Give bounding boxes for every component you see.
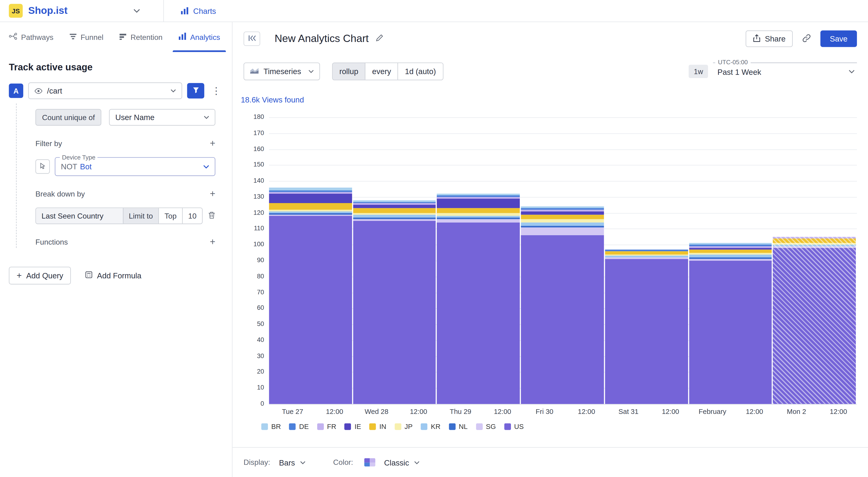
filter-value: Bot <box>80 162 92 171</box>
bar-thu-29 <box>437 117 520 404</box>
add-formula-label: Add Formula <box>97 271 142 280</box>
legend-item-JP[interactable]: JP <box>395 423 413 431</box>
display-select[interactable]: Bars <box>276 458 309 467</box>
collapse-sidebar-button[interactable] <box>244 32 260 46</box>
top-nav: Charts <box>164 0 216 22</box>
query-filter-button[interactable] <box>187 83 204 98</box>
tab-retention[interactable]: Retention <box>111 22 170 52</box>
legend-item-KR[interactable]: KR <box>421 423 440 431</box>
views-found-link[interactable]: 18.6k Views found <box>241 95 304 104</box>
y-tick-label: 90 <box>257 257 264 263</box>
color-select[interactable]: Classic <box>381 458 423 467</box>
bar-mon-2 <box>773 117 856 404</box>
top-bar: JS Shop.ist Charts <box>0 0 868 22</box>
legend-item-SG[interactable]: SG <box>476 423 496 431</box>
filter-cursor-button[interactable] <box>35 159 50 174</box>
limit-to-chip[interactable]: Limit to <box>123 208 158 223</box>
add-query-button[interactable]: + Add Query <box>9 267 71 284</box>
measure-select[interactable]: User Name <box>109 109 215 126</box>
edit-title-button[interactable] <box>375 34 383 43</box>
measure-row: Count unique of User Name <box>35 109 215 126</box>
tab-funnel[interactable]: Funnel <box>61 22 111 52</box>
tab-label: Analytics <box>190 33 220 41</box>
time-range-select[interactable]: UTC-05:00 Past 1 Week <box>713 63 857 81</box>
bar-segment-US <box>689 260 772 404</box>
view-source-select[interactable]: /cart <box>28 83 182 99</box>
chevron-down-icon <box>203 165 209 169</box>
bar-segment-KR <box>269 211 352 213</box>
bar-segment-FR <box>437 197 520 199</box>
pencil-icon <box>375 34 383 43</box>
bar-segment-FR <box>773 237 856 238</box>
legend-item-IN[interactable]: IN <box>369 423 386 431</box>
page-title: New Analytics Chart <box>275 33 369 45</box>
y-tick-label: 140 <box>253 177 264 184</box>
rollup-segment[interactable]: rollup <box>333 63 365 80</box>
app-logo: JS <box>9 4 23 18</box>
legend-label: KR <box>431 423 440 431</box>
bar-segment-JP <box>773 243 856 245</box>
bar-segment-IN <box>353 208 436 213</box>
filter-section-row: Filter by + <box>35 139 215 148</box>
breakdown-section-row: Break down by + <box>35 189 215 199</box>
query-row-a: A /cart ⋮ <box>9 83 223 99</box>
save-button[interactable]: Save <box>820 31 857 47</box>
limit-count-input[interactable]: 10 <box>182 208 202 223</box>
range-shortcut-chip[interactable]: 1w <box>689 65 708 78</box>
legend-item-FR[interactable]: FR <box>317 423 336 431</box>
bar-segment-DE <box>521 208 604 210</box>
bar-segment-NL <box>521 226 604 227</box>
bar-segment-KR <box>689 254 772 257</box>
add-formula-button[interactable]: Add Formula <box>85 271 142 280</box>
bar-segment-SG <box>773 246 856 248</box>
bar-segment-BR <box>437 194 520 195</box>
legend-item-BR[interactable]: BR <box>261 423 281 431</box>
add-filter-button[interactable]: + <box>210 139 215 148</box>
add-breakdown-button[interactable]: + <box>210 189 215 199</box>
bar-segment-KR <box>521 222 604 226</box>
query-kebab-menu[interactable]: ⋮ <box>209 86 223 95</box>
measure-chip[interactable]: Count unique of <box>35 109 101 126</box>
every-segment[interactable]: every <box>365 63 398 80</box>
breakdown-field[interactable]: Last Seen Country <box>36 208 123 223</box>
legend-label: DE <box>299 423 309 431</box>
legend-item-IE[interactable]: IE <box>345 423 361 431</box>
share-button[interactable]: Share <box>746 31 793 47</box>
bar-segment-SG <box>605 257 688 259</box>
nav-charts[interactable]: Charts <box>180 6 216 15</box>
filter-section-label: Filter by <box>35 139 62 148</box>
tab-analytics[interactable]: Analytics <box>170 22 228 52</box>
legend-item-DE[interactable]: DE <box>289 423 309 431</box>
chevron-down-icon <box>204 116 209 119</box>
y-tick-label: 30 <box>257 352 264 359</box>
header-actions: Share Save <box>746 31 857 47</box>
bar-segment-IE <box>689 248 772 250</box>
palette-color <box>370 463 375 467</box>
bar-segment-FR <box>353 203 436 205</box>
tab-pathways[interactable]: Pathways <box>1 22 61 52</box>
bar-segment-KR <box>437 216 520 218</box>
chevron-down-icon[interactable] <box>133 9 140 13</box>
plot-area <box>269 117 857 404</box>
chart-legend: BRDEFRIEINJPKRNLSGUS <box>261 423 857 431</box>
bar-segment-JP <box>269 210 352 211</box>
interval-segment[interactable]: 1d (auto) <box>398 63 442 80</box>
y-tick-label: 160 <box>253 146 264 152</box>
bar-segment-KR <box>773 245 856 247</box>
add-function-button[interactable]: + <box>210 237 215 247</box>
app-brand[interactable]: JS Shop.ist <box>0 0 164 22</box>
app-root: JS Shop.ist Charts Pathways <box>0 0 868 477</box>
copy-link-button[interactable] <box>798 31 815 47</box>
legend-item-US[interactable]: US <box>504 423 524 431</box>
limit-mode-select[interactable]: Top <box>158 208 182 223</box>
funnel-icon <box>69 33 77 41</box>
delete-breakdown-button[interactable] <box>208 211 215 220</box>
plot-row: 0102030405060708090100110120130140150160… <box>241 117 857 404</box>
app-name[interactable]: Shop.ist <box>28 5 68 17</box>
palette-swatch <box>364 458 375 467</box>
bar-segment-JP <box>353 213 436 215</box>
query-letter-badge[interactable]: A <box>9 84 23 98</box>
viz-type-select[interactable]: Timeseries <box>244 63 320 81</box>
legend-item-NL[interactable]: NL <box>449 423 468 431</box>
device-type-filter-select[interactable]: Device Type NOT Bot <box>55 157 215 176</box>
